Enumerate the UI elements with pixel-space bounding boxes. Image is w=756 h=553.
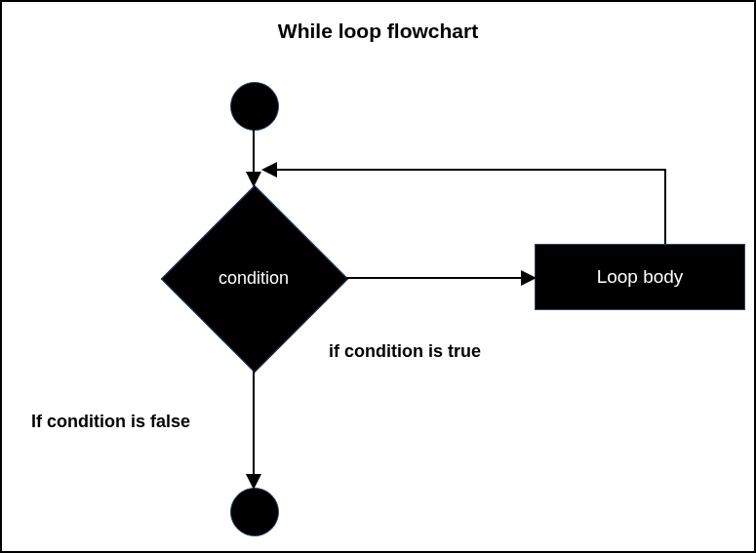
loop-body-node: Loop body: [535, 244, 745, 310]
loop-body-label: Loop body: [597, 266, 684, 288]
flowchart-canvas: While loop flowchart condition Loop body…: [0, 0, 756, 553]
diagram-title: While loop flowchart: [2, 20, 754, 43]
end-node: [230, 488, 279, 536]
true-branch-label: if condition is true: [329, 341, 481, 362]
diamond-shape: [161, 185, 348, 373]
condition-node: condition: [161, 185, 346, 371]
start-node: [230, 82, 279, 131]
false-branch-label: If condition is false: [31, 412, 190, 432]
